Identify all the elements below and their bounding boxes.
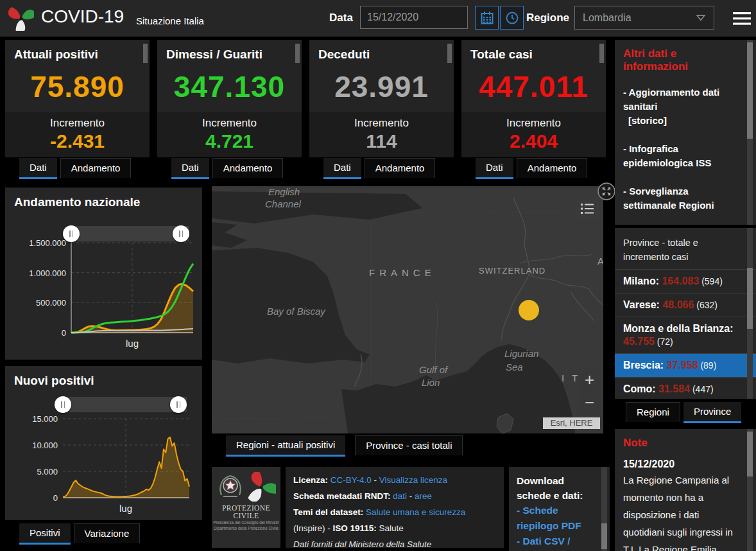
info-link-line: [storico] bbox=[623, 114, 739, 128]
download-link[interactable]: - Dati CSV / JSON bbox=[517, 534, 599, 551]
panel-andamento-nazionale: Andamento nazionale 0500.0001.000.0001.5… bbox=[5, 188, 202, 360]
calendar-button[interactable] bbox=[475, 6, 499, 30]
card-scrollbar-thumb[interactable] bbox=[295, 44, 300, 63]
legend-button[interactable] bbox=[575, 198, 599, 220]
slider-handle-left[interactable] bbox=[63, 225, 80, 242]
tab-province-casi-totali[interactable]: Province - casi totali bbox=[355, 435, 463, 455]
card-title: Dimessi / Guariti bbox=[157, 40, 302, 62]
stat-card-group: Attuali positivi75.890Incremento-2.431Da… bbox=[5, 40, 150, 179]
tab-positivi[interactable]: Positivi bbox=[19, 523, 71, 545]
svg-text:500.000: 500.000 bbox=[36, 298, 66, 308]
time-range-slider[interactable] bbox=[71, 226, 189, 241]
region-label: Regione bbox=[526, 12, 569, 24]
region-select[interactable]: Lombardia bbox=[574, 6, 714, 30]
card-value: 75.890 bbox=[5, 69, 150, 104]
tab-regioni-attuali-positivi[interactable]: Regioni - attuali positivi bbox=[226, 435, 345, 457]
card-increment-section: Incremento-2.431 bbox=[5, 112, 150, 157]
map[interactable]: + − Esri, HERE EnglishChannelFRANCESWITZ… bbox=[212, 186, 603, 433]
map-label: Ligurian bbox=[504, 348, 538, 359]
license-link[interactable]: dati bbox=[393, 491, 407, 501]
svg-text:0: 0 bbox=[62, 328, 66, 338]
date-input[interactable] bbox=[360, 6, 468, 29]
scrollbar-thumb[interactable] bbox=[747, 42, 753, 139]
header-bar: COVID-19 Situazione Italia Data Regione bbox=[0, 0, 756, 37]
license-link[interactable]: Salute umana e sicurezza bbox=[366, 507, 465, 517]
tab-regioni[interactable]: Regioni bbox=[626, 402, 680, 422]
scrollbar-thumb[interactable] bbox=[747, 432, 753, 477]
info-link[interactable]: - Infografica epidemiologica ISS bbox=[623, 142, 739, 170]
info-link[interactable]: - Sorveglianza settimanale Regioni bbox=[623, 184, 739, 213]
andamento-chart: 0500.0001.000.0001.500.000lug bbox=[5, 188, 202, 360]
slider-handle-left[interactable] bbox=[55, 396, 71, 413]
tab-andamento[interactable]: Andamento bbox=[60, 158, 132, 178]
tab-province[interactable]: Province bbox=[683, 402, 741, 423]
tab-dati[interactable]: Dati bbox=[323, 158, 361, 179]
province-value: 31.584 bbox=[658, 383, 690, 394]
province-panel: Province - totale e incremento casi Mila… bbox=[615, 228, 756, 399]
tab-dati[interactable]: Dati bbox=[19, 158, 57, 179]
province-row[interactable]: Monza e della Brianza: 45.755 (72) bbox=[615, 317, 756, 353]
download-link[interactable]: - Schede riepilogo PDF bbox=[517, 503, 599, 534]
tab-andamento[interactable]: Andamento bbox=[517, 158, 588, 178]
tab-variazione[interactable]: Variazione bbox=[74, 523, 141, 543]
zoom-out-button[interactable]: − bbox=[578, 391, 601, 414]
card-tabs: DatiAndamento bbox=[171, 158, 302, 179]
card-value: 23.991 bbox=[309, 69, 454, 104]
province-row[interactable]: Brescia: 37.958 (89) bbox=[615, 353, 756, 377]
download-block: Download schede e dati: - Schede riepilo… bbox=[509, 467, 610, 551]
tab-dati[interactable]: Dati bbox=[171, 158, 209, 179]
card-scrollbar-thumb[interactable] bbox=[143, 44, 148, 63]
stat-card-group: Totale casi447.011Incremento2.404DatiAnd… bbox=[461, 40, 606, 179]
slider-handle-right[interactable] bbox=[170, 396, 187, 413]
time-range-slider[interactable] bbox=[63, 397, 187, 412]
province-row[interactable]: Milano: 164.083 (594) bbox=[615, 269, 756, 293]
license-link[interactable]: Visualizza licenza bbox=[379, 475, 447, 485]
stat-cards: Attuali positivi75.890Incremento-2.431Da… bbox=[5, 40, 611, 179]
province-delta: (72) bbox=[655, 337, 673, 347]
map-label: A bbox=[597, 256, 603, 267]
license-text: Dati forniti dal Ministero della Salute bbox=[293, 539, 431, 548]
province-name: Varese: bbox=[623, 299, 662, 310]
scrollbar-thumb[interactable] bbox=[747, 268, 753, 329]
slider-handle-right[interactable] bbox=[173, 225, 189, 242]
panel-nuovi-positivi: Nuovi positivi 05.00010.00015.000lug bbox=[5, 366, 202, 520]
license-line: Temi del dataset: Salute umana e sicurez… bbox=[293, 504, 504, 520]
fullscreen-button[interactable] bbox=[597, 182, 615, 200]
time-button[interactable] bbox=[500, 6, 524, 30]
info-link-line: - Aggiornamento dati sanitari bbox=[623, 85, 739, 114]
map-label: SWITZERLAND bbox=[479, 266, 546, 276]
menu-button[interactable] bbox=[732, 11, 752, 26]
license-line: Scheda metadati RNDT: dati - aree bbox=[293, 488, 504, 504]
province-value: 45.755 bbox=[623, 336, 655, 347]
province-row[interactable]: Varese: 48.066 (632) bbox=[615, 293, 756, 317]
province-name: Brescia: bbox=[623, 360, 667, 371]
stat-card-group: Dimessi / Guariti347.130Incremento4.721D… bbox=[157, 40, 302, 179]
card-title: Attuali positivi bbox=[5, 40, 150, 62]
province-row[interactable]: Como: 31.584 (447) bbox=[615, 377, 756, 399]
province-delta: (447) bbox=[690, 384, 714, 394]
tab-dati[interactable]: Dati bbox=[476, 158, 513, 179]
tab-andamento[interactable]: Andamento bbox=[212, 158, 284, 178]
license-link[interactable]: CC-BY-4.0 bbox=[331, 475, 372, 485]
protezione-civile-logo-icon bbox=[246, 472, 276, 502]
increment-value: -2.431 bbox=[5, 130, 150, 152]
card-scrollbar-thumb[interactable] bbox=[599, 44, 604, 63]
zoom-in-button[interactable]: + bbox=[578, 368, 601, 391]
tab-andamento[interactable]: Andamento bbox=[365, 158, 436, 178]
increment-label: Incremento bbox=[5, 112, 150, 130]
svg-text:1.000.000: 1.000.000 bbox=[29, 268, 66, 278]
license-link[interactable]: aree bbox=[415, 491, 432, 501]
scrollbar-thumb[interactable] bbox=[601, 523, 607, 549]
card-scrollbar-thumb[interactable] bbox=[447, 44, 452, 63]
expand-icon bbox=[597, 182, 615, 200]
map-label: Channel bbox=[265, 198, 301, 209]
footer-logo: PROTEZIONE CIVILE Presidenza del Consigl… bbox=[212, 467, 280, 548]
card-tabs: DatiAndamento bbox=[476, 158, 606, 179]
card-value: 447.011 bbox=[461, 69, 606, 104]
info-link[interactable]: - Aggiornamento dati sanitari[storico] bbox=[623, 85, 739, 128]
increment-label: Incremento bbox=[157, 112, 302, 130]
footer-logo-title: PROTEZIONE CIVILE bbox=[212, 504, 280, 520]
note-date: 15/12/2020 bbox=[623, 459, 737, 470]
map-label: FRANCE bbox=[369, 267, 436, 278]
clock-icon bbox=[505, 11, 519, 25]
